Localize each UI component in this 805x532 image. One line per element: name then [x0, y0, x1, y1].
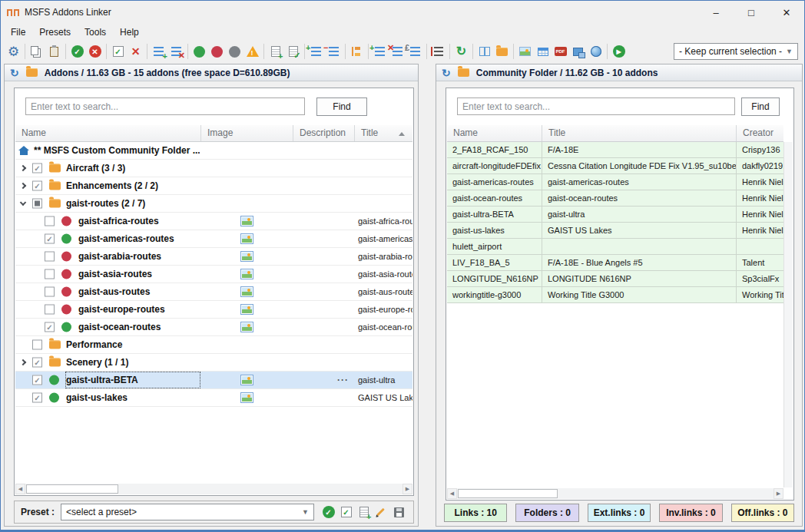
vertical-scrollbar[interactable] — [783, 142, 793, 487]
refresh-all-button[interactable]: ↻ — [452, 42, 470, 61]
column-name[interactable]: Name — [447, 125, 542, 141]
image-thumbnail[interactable] — [240, 286, 253, 297]
horizontal-scrollbar[interactable]: ◀ ▶ — [447, 488, 783, 499]
table-row[interactable]: gaist-ocean-routesgaist-ocean-routesHenr… — [447, 190, 783, 207]
expander-expanded-icon[interactable] — [20, 200, 26, 206]
tree-row[interactable]: Scenery (1 / 1) — [15, 354, 412, 372]
status-neutral-button[interactable] — [226, 42, 243, 61]
image-thumbnail[interactable] — [240, 251, 253, 262]
table-row[interactable]: LIV_F18_BA_5F/A-18E - Blue Angels #5Tale… — [447, 255, 783, 271]
description-ellipsis[interactable]: ··· — [293, 372, 349, 388]
menu-help[interactable]: Help — [113, 25, 146, 40]
paste-button[interactable] — [45, 42, 63, 61]
tree-checkbox[interactable] — [45, 252, 55, 262]
scroll-right-icon[interactable]: ▶ — [402, 484, 412, 494]
find-button[interactable]: Find — [316, 97, 367, 116]
preset-combobox[interactable]: <select a preset> ▼ — [61, 504, 314, 520]
sort-order-button[interactable] — [429, 42, 447, 61]
verify-addon-list-button[interactable]: ✓ — [284, 42, 302, 61]
horizontal-scrollbar[interactable]: ◀ ▶ — [15, 484, 412, 494]
menu-file[interactable]: File — [4, 25, 32, 40]
column-description[interactable]: Description — [293, 125, 355, 141]
link-extract-button[interactable]: − — [325, 42, 343, 61]
pdf-export-button[interactable]: PDF — [552, 42, 569, 61]
tree-checkbox[interactable] — [45, 322, 55, 332]
tree-checkbox[interactable] — [32, 375, 42, 385]
tree-row[interactable]: Aircraft (3 / 3) — [15, 160, 412, 177]
tree-checkbox[interactable] — [32, 199, 42, 209]
confirm-checkbox-button[interactable]: ✓ — [338, 504, 354, 520]
tree-checkbox[interactable] — [45, 234, 55, 244]
column-title[interactable]: Title — [355, 125, 412, 141]
edit-preset-button[interactable] — [373, 504, 389, 520]
find-button[interactable]: Find — [741, 97, 780, 116]
scroll-right-icon[interactable]: ▶ — [774, 488, 783, 499]
tree-row[interactable]: gaist-routes (2 / 7) — [15, 195, 412, 213]
folder-edit-button[interactable]: £ — [406, 42, 424, 61]
menu-presets[interactable]: Presets — [32, 25, 78, 40]
tree-row[interactable]: Enhancements (2 / 2) — [15, 177, 412, 195]
status-unlinked-button[interactable] — [208, 42, 226, 61]
tree-row[interactable]: gaist-ocean-routesgaist-ocean-routes — [15, 319, 412, 336]
image-thumbnail[interactable] — [240, 375, 253, 385]
settings-button[interactable]: ⚙ — [5, 42, 22, 61]
expander-collapsed-icon[interactable] — [20, 183, 26, 189]
scrollbar-thumb[interactable] — [26, 484, 118, 494]
table-manager-button[interactable] — [534, 42, 552, 61]
scrollbar-thumb[interactable] — [458, 489, 558, 498]
column-name[interactable]: Name — [15, 125, 201, 141]
close-button[interactable]: ✕ — [769, 1, 804, 24]
table-row[interactable]: workingtitle-g3000Working Title G3000Wor… — [447, 287, 783, 303]
check-all-button[interactable]: ✓ — [109, 42, 127, 61]
copy-button[interactable] — [28, 42, 45, 61]
uncheck-all-button[interactable]: ✕ — [127, 42, 144, 61]
image-thumbnail[interactable] — [240, 233, 253, 244]
tree-row[interactable]: gaist-europe-routesgaist-europe-routes — [15, 301, 412, 319]
open-folder-icon[interactable] — [458, 68, 469, 77]
open-folder-icon[interactable] — [26, 68, 38, 77]
link-insert-button[interactable]: + — [307, 42, 325, 61]
scroll-left-icon[interactable]: ◀ — [15, 484, 25, 494]
folder-add-button[interactable]: + — [371, 42, 389, 61]
image-thumbnail[interactable] — [240, 322, 253, 332]
selection-dropdown[interactable]: - Keep current selection -▼ — [674, 43, 798, 60]
add-preset-button[interactable]: + — [356, 504, 372, 520]
tree-row[interactable]: gaist-arabia-routesgaist-arabia-routes — [15, 248, 412, 266]
tree-row[interactable]: gaist-asia-routesgaist-asia-routes — [15, 266, 412, 283]
maximize-button[interactable]: □ — [734, 1, 769, 24]
tree-row[interactable]: gaist-ultra-BETA···gaist-ultra — [15, 372, 412, 389]
tree-checkbox[interactable] — [45, 305, 55, 315]
tree-row[interactable]: gaist-africa-routesgaist-africa-routes — [15, 213, 412, 230]
dual-pane-button[interactable] — [475, 42, 493, 61]
status-linked-button[interactable] — [190, 42, 208, 61]
search-input[interactable] — [25, 97, 305, 115]
tree-checkbox[interactable] — [32, 181, 42, 191]
tree-row[interactable]: gaist-us-lakesGAIST US Lakes — [15, 389, 412, 407]
image-thumbnail[interactable] — [240, 304, 253, 315]
tree-checkbox[interactable] — [32, 340, 42, 350]
table-row[interactable]: aircraft-longitudeFDEfixCessna Citation … — [447, 158, 783, 174]
menu-tools[interactable]: Tools — [78, 25, 113, 40]
tree-row[interactable]: gaist-aus-routesgaist-aus-routes — [15, 283, 412, 301]
scroll-left-icon[interactable]: ◀ — [447, 488, 457, 499]
table-row[interactable]: 2_FA18_RCAF_150F/A-18ECrispy136 — [447, 142, 783, 158]
tree-row[interactable]: gaist-americas-routesgaist-americas-rout… — [15, 230, 412, 248]
search-input[interactable] — [457, 97, 735, 115]
web-site-button[interactable] — [587, 42, 605, 61]
new-addon-list-button[interactable]: + — [267, 42, 284, 61]
remove-addon-button[interactable]: ✕ — [167, 42, 185, 61]
tree-row[interactable]: Performance — [15, 336, 412, 354]
image-thumbnail[interactable] — [240, 269, 253, 279]
run-msfs-button[interactable]: ▶ — [610, 42, 628, 61]
tree-structure-button[interactable] — [348, 42, 366, 61]
status-warning-button[interactable] — [243, 42, 261, 61]
tree-checkbox[interactable] — [32, 393, 42, 403]
tree-checkbox[interactable] — [32, 358, 42, 368]
open-community-folder-button[interactable] — [493, 42, 511, 61]
table-row[interactable]: gaist-us-lakesGAIST US LakesHenrik Niels… — [447, 223, 783, 239]
image-thumbnail[interactable] — [240, 392, 253, 403]
column-image[interactable]: Image — [201, 125, 293, 141]
table-row[interactable]: gaist-ultra-BETAgaist-ultraHenrik Nielse… — [447, 207, 783, 223]
tree-row[interactable]: ** MSFS Custom Community Folder ... — [15, 142, 412, 160]
tree-checkbox[interactable] — [45, 216, 55, 226]
